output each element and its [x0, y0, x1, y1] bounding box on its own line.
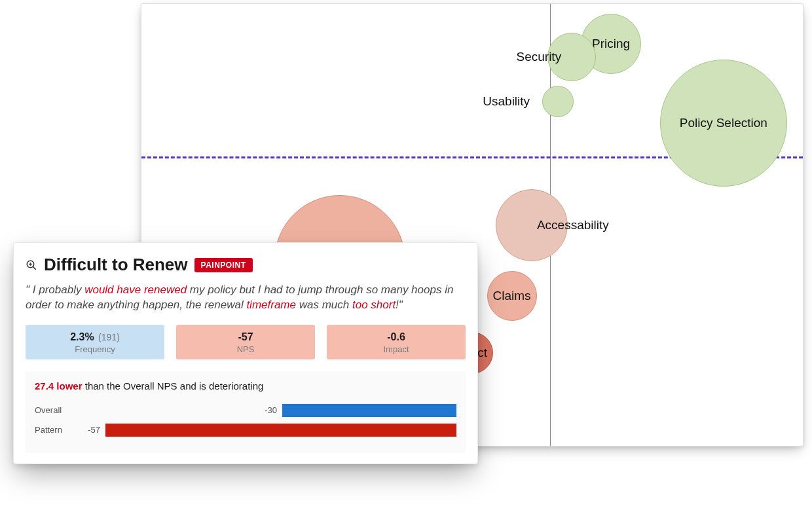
- metric-label: Frequency: [29, 344, 160, 354]
- metric-value: -0.6: [331, 331, 462, 343]
- painpoint-popover: Difficult to Renew PAINPOINT " I probabl…: [13, 242, 478, 464]
- bar-row-overall: Overall -30: [35, 403, 456, 418]
- bubble-usability[interactable]: Usability: [542, 86, 574, 117]
- bar-overall: [282, 404, 456, 417]
- bubble-accessability[interactable]: Accessability: [496, 189, 568, 261]
- bar-row-pattern: Pattern -57: [35, 423, 456, 437]
- painpoint-badge: PAINPOINT: [194, 258, 253, 272]
- comparison-panel: 27.4 lower than the Overall NPS and is d…: [26, 371, 466, 453]
- metric-impact[interactable]: -0.6 Impact: [327, 325, 466, 359]
- metric-value: -57: [180, 331, 311, 343]
- bubble-label: Accessability: [537, 218, 609, 232]
- magnify-icon: [26, 259, 37, 271]
- metric-label: NPS: [180, 344, 311, 354]
- bubble-label: Claims: [493, 289, 531, 303]
- bar-pattern: [105, 424, 456, 437]
- popover-title: Difficult to Renew: [44, 255, 188, 275]
- bubble-claims[interactable]: Claims: [487, 271, 537, 321]
- bubble-label: Usability: [483, 94, 530, 109]
- bubble-label: Policy Selection: [680, 116, 767, 130]
- bubble-label: Security: [517, 50, 562, 64]
- metric-nps[interactable]: -57 NPS: [176, 325, 315, 359]
- metric-count: (191): [98, 332, 120, 342]
- quote-text: " I probably would have renewed my polic…: [26, 283, 466, 313]
- bubble-label: Pricing: [592, 37, 630, 51]
- metric-frequency[interactable]: 2.3% (191) Frequency: [26, 325, 164, 359]
- comparison-headline: 27.4 lower than the Overall NPS and is d…: [35, 380, 456, 392]
- metric-value: 2.3%: [70, 331, 94, 342]
- bubble-security[interactable]: Security: [547, 33, 596, 81]
- bubble-policy-selection[interactable]: Policy Selection: [660, 60, 787, 187]
- metric-label: Impact: [331, 344, 462, 354]
- bubble-label: ct: [477, 346, 487, 360]
- svg-line-1: [33, 266, 36, 269]
